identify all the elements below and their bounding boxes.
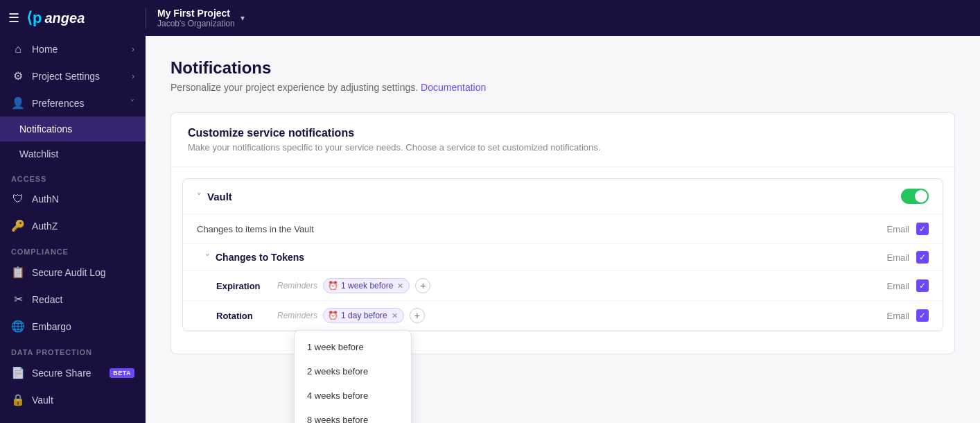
project-name: My First Project bbox=[157, 8, 235, 19]
reminder-dropdown: 1 week before 2 weeks before 4 weeks bef… bbox=[294, 330, 412, 423]
project-selector[interactable]: My First Project Jacob's Organization ▾ bbox=[146, 8, 256, 28]
page-title: Notifications bbox=[170, 58, 955, 78]
share-icon: 📄 bbox=[11, 366, 25, 379]
chip-close-2[interactable]: ✕ bbox=[392, 311, 398, 320]
gear-icon: ⚙ bbox=[11, 69, 25, 83]
preferences-label: Preferences bbox=[32, 98, 123, 109]
rotation-chip-text: 1 day before bbox=[341, 311, 387, 320]
embargo-label: Embargo bbox=[32, 321, 134, 332]
rotation-row: Rotation Reminders ⏰ 1 day before ✕ + Em… bbox=[183, 301, 943, 331]
changes-tokens-title-row: ˅ Changes to Tokens bbox=[205, 252, 304, 263]
sidebar-item-secure-share[interactable]: 📄 Secure Share Beta bbox=[0, 359, 146, 386]
email-label-1: Email bbox=[886, 224, 909, 234]
email-checkbox-2[interactable]: ✓ bbox=[916, 251, 929, 264]
secure-audit-log-label: Secure Audit Log bbox=[32, 267, 134, 278]
sidebar-item-home[interactable]: ⌂ Home › bbox=[0, 36, 146, 62]
changes-vault-right: Email ✓ bbox=[886, 223, 929, 235]
card-desc: Make your notifications specific to your… bbox=[188, 142, 938, 153]
beta-badge: Beta bbox=[110, 368, 134, 378]
documentation-link[interactable]: Documentation bbox=[421, 82, 486, 93]
expiration-right: Email ✓ bbox=[886, 279, 929, 292]
access-section-label: ACCESS bbox=[0, 166, 146, 186]
chevron-down-icon: ▾ bbox=[240, 13, 245, 23]
expiration-chip-text: 1 week before bbox=[341, 281, 393, 291]
expiration-label: Expiration bbox=[216, 281, 272, 291]
rotation-left: Rotation Reminders ⏰ 1 day before ✕ + bbox=[216, 308, 425, 323]
sidebar-item-vault[interactable]: 🔒 Vault bbox=[0, 386, 146, 413]
sidebar-item-project-settings[interactable]: ⚙ Project Settings › bbox=[0, 62, 146, 89]
sidebar-item-redact[interactable]: ✂ Redact bbox=[0, 286, 146, 313]
chevron-right-icon: › bbox=[132, 44, 134, 54]
rotation-right: Email ✓ bbox=[886, 309, 929, 322]
email-checkbox-4[interactable]: ✓ bbox=[916, 309, 929, 322]
page-subtitle: Personalize your project experience by a… bbox=[170, 82, 955, 93]
sidebar-item-preferences[interactable]: 👤 Preferences ˅ bbox=[0, 89, 146, 116]
expiration-chip[interactable]: ⏰ 1 week before ✕ bbox=[323, 278, 410, 293]
vault-expand-icon[interactable]: ˅ bbox=[197, 191, 202, 202]
chip-close-1[interactable]: ✕ bbox=[397, 282, 403, 291]
reminders-label-1: Reminders bbox=[277, 281, 317, 291]
dropdown-item-2[interactable]: 4 weeks before bbox=[295, 383, 411, 408]
logo-text: angea bbox=[44, 10, 85, 26]
chevron-right-icon: › bbox=[132, 71, 134, 81]
user-icon: 👤 bbox=[11, 96, 25, 110]
notifications-card: Customize service notifications Make you… bbox=[170, 112, 955, 354]
dropdown-item-1[interactable]: 2 weeks before bbox=[295, 359, 411, 383]
email-label-3: Email bbox=[886, 281, 909, 291]
subtitle-text: Personalize your project experience by a… bbox=[170, 82, 421, 93]
sidebar-item-embargo[interactable]: 🌐 Embargo bbox=[0, 313, 146, 340]
data-protection-section-label: DATA PROTECTION bbox=[0, 340, 146, 359]
clock-icon-1: ⏰ bbox=[328, 281, 338, 291]
dropdown-item-0[interactable]: 1 week before bbox=[295, 335, 411, 359]
sidebar-item-authn[interactable]: 🛡 AuthN bbox=[0, 186, 146, 212]
dropdown-item-3[interactable]: 8 weeks before bbox=[295, 408, 411, 423]
compliance-section-label: COMPLIANCE bbox=[0, 239, 146, 259]
key-icon: 🔑 bbox=[11, 219, 25, 232]
notifications-label: Notifications bbox=[19, 123, 134, 135]
watchlist-label: Watchlist bbox=[19, 148, 134, 159]
email-checkbox-3[interactable]: ✓ bbox=[916, 279, 929, 292]
embargo-icon: 🌐 bbox=[11, 320, 25, 333]
authz-label: AuthZ bbox=[32, 221, 134, 232]
topbar: ☰ ⟨p angea My First Project Jacob's Orga… bbox=[0, 0, 980, 36]
secure-share-label: Secure Share bbox=[32, 368, 103, 379]
vault-icon: 🔒 bbox=[11, 393, 25, 406]
project-settings-label: Project Settings bbox=[32, 71, 125, 82]
shield-icon: 🛡 bbox=[11, 193, 25, 205]
sidebar: ⌂ Home › ⚙ Project Settings › 👤 Preferen… bbox=[0, 36, 146, 423]
main-content: Notifications Personalize your project e… bbox=[146, 36, 980, 423]
sidebar-item-watchlist[interactable]: Watchlist bbox=[0, 141, 146, 166]
app-body: ⌂ Home › ⚙ Project Settings › 👤 Preferen… bbox=[0, 36, 980, 423]
topbar-left: ☰ ⟨p angea bbox=[0, 9, 146, 27]
add-expiration-btn[interactable]: + bbox=[415, 278, 430, 293]
project-org: Jacob's Organization bbox=[157, 19, 235, 28]
home-label: Home bbox=[32, 44, 125, 55]
chevron-down-icon: ˅ bbox=[130, 98, 134, 108]
expiration-row: Expiration Reminders ⏰ 1 week before ✕ +… bbox=[183, 271, 943, 301]
home-icon: ⌂ bbox=[11, 43, 25, 55]
logo: ⟨p angea bbox=[26, 9, 85, 27]
vault-title: Vault bbox=[207, 191, 232, 202]
changes-tokens-label: Changes to Tokens bbox=[216, 252, 304, 263]
hamburger-icon[interactable]: ☰ bbox=[8, 10, 19, 26]
changes-tokens-right: Email ✓ bbox=[886, 251, 929, 264]
sidebar-item-notifications[interactable]: Notifications bbox=[0, 116, 146, 141]
card-body: ˅ Vault Changes to items in the Vault Em… bbox=[171, 167, 954, 354]
authn-label: AuthN bbox=[32, 193, 134, 205]
card-title: Customize service notifications bbox=[188, 127, 938, 139]
redact-icon: ✂ bbox=[11, 293, 25, 306]
project-info: My First Project Jacob's Organization bbox=[157, 8, 235, 28]
tokens-expand-icon[interactable]: ˅ bbox=[205, 252, 210, 263]
vault-toggle[interactable] bbox=[901, 189, 929, 204]
sidebar-item-authz[interactable]: 🔑 AuthZ bbox=[0, 212, 146, 239]
vault-sidebar-label: Vault bbox=[32, 395, 134, 406]
add-rotation-btn[interactable]: + bbox=[410, 308, 425, 323]
rotation-chip[interactable]: ⏰ 1 day before ✕ bbox=[323, 308, 404, 323]
email-label-2: Email bbox=[886, 252, 909, 263]
redact-label: Redact bbox=[32, 294, 134, 305]
audit-icon: 📋 bbox=[11, 266, 25, 279]
changes-vault-label: Changes to items in the Vault bbox=[197, 224, 314, 234]
email-checkbox-1[interactable]: ✓ bbox=[916, 223, 929, 235]
sidebar-item-secure-audit-log[interactable]: 📋 Secure Audit Log bbox=[0, 259, 146, 286]
card-header: Customize service notifications Make you… bbox=[171, 113, 954, 167]
